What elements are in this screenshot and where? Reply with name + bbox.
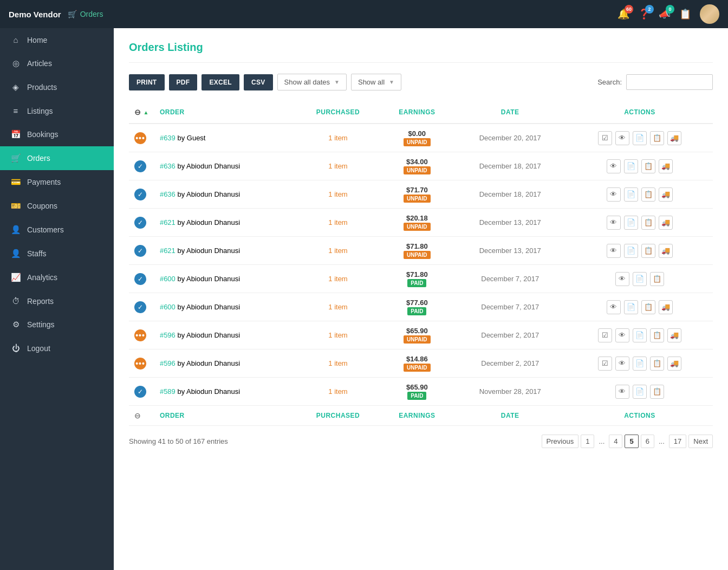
prev-page-button[interactable]: Previous	[542, 435, 579, 448]
invoice-button[interactable]: 📄	[624, 187, 638, 202]
receipt-button[interactable]: 📋	[641, 187, 655, 202]
receipt-button[interactable]: 📋	[641, 300, 655, 314]
ship-button[interactable]: 🚚	[659, 244, 673, 258]
excel-button[interactable]: EXCEL	[202, 74, 239, 90]
ship-button[interactable]: 🚚	[667, 357, 681, 371]
avatar-image	[700, 4, 719, 24]
invoice-button[interactable]: 📄	[633, 357, 647, 371]
sidebar-item-listings[interactable]: ≡ Listings	[0, 99, 114, 122]
ship-button[interactable]: 🚚	[667, 131, 681, 145]
view-button[interactable]: 👁	[607, 216, 621, 230]
sidebar-item-products[interactable]: ◈ Products	[0, 75, 114, 99]
order-link[interactable]: #600	[160, 303, 176, 311]
invoice-button[interactable]: 📄	[633, 131, 647, 145]
csv-button[interactable]: CSV	[244, 74, 273, 90]
invoice-button[interactable]: 📄	[633, 272, 647, 286]
help-button[interactable]: ❓ 2	[638, 8, 650, 20]
col-earnings[interactable]: EARNINGS	[380, 101, 454, 124]
invoice-button[interactable]: 📄	[624, 244, 638, 258]
sidebar-item-articles[interactable]: ◎ Articles	[0, 51, 114, 75]
receipt-button[interactable]: 📋	[650, 131, 664, 145]
invoice-button[interactable]: 📄	[633, 385, 647, 399]
help-badge: 2	[645, 5, 654, 14]
view-button[interactable]: 👁	[615, 328, 629, 342]
order-link[interactable]: #596	[160, 331, 176, 339]
sidebar-item-logout[interactable]: ⏻ Logout	[0, 336, 114, 360]
receipt-button[interactable]: 📋	[650, 328, 664, 342]
approve-button[interactable]: ☑	[598, 357, 612, 371]
earnings-cell: $65.90 UNPAID	[380, 321, 454, 349]
receipt-button[interactable]: 📋	[641, 216, 655, 230]
order-link[interactable]: #639	[160, 134, 176, 142]
dates-label: Show all dates	[284, 78, 330, 86]
col-select-all[interactable]: ⊖ ▲	[129, 101, 154, 124]
analytics-icon: 📈	[11, 273, 21, 282]
view-button[interactable]: 👁	[607, 300, 621, 314]
order-link[interactable]: #636	[160, 190, 176, 198]
dates-dropdown[interactable]: Show all dates ▼	[277, 74, 347, 90]
view-button[interactable]: 👁	[607, 187, 621, 202]
page-6-button[interactable]: 6	[641, 435, 654, 448]
order-link[interactable]: #596	[160, 359, 176, 367]
notifications-list-button[interactable]: 📋	[679, 8, 691, 20]
page-17-button[interactable]: 17	[669, 435, 686, 448]
sidebar-item-home[interactable]: ⌂ Home	[0, 28, 114, 51]
notifications-button[interactable]: 🔔 60	[618, 8, 629, 20]
sidebar-item-customers[interactable]: 👤 Customers	[0, 218, 114, 242]
invoice-button[interactable]: 📄	[624, 159, 638, 173]
view-button[interactable]: 👁	[607, 244, 621, 258]
order-link[interactable]: #621	[160, 218, 176, 226]
sidebar-item-bookings[interactable]: 📅 Bookings	[0, 122, 114, 146]
staffs-icon: 👤	[11, 249, 21, 258]
receipt-button[interactable]: 📋	[650, 357, 664, 371]
search-input[interactable]	[626, 74, 713, 90]
receipt-button[interactable]: 📋	[641, 159, 655, 173]
sidebar-item-staffs[interactable]: 👤 Staffs	[0, 242, 114, 265]
ship-button[interactable]: 🚚	[659, 216, 673, 230]
col-purchased[interactable]: PURCHASED	[296, 101, 380, 124]
ship-button[interactable]: 🚚	[659, 187, 673, 202]
ship-button[interactable]: 🚚	[659, 300, 673, 314]
view-button[interactable]: 👁	[607, 159, 621, 173]
view-button[interactable]: 👁	[615, 272, 629, 286]
order-link[interactable]: #600	[160, 275, 176, 283]
invoice-button[interactable]: 📄	[633, 328, 647, 342]
invoice-button[interactable]: 📄	[624, 216, 638, 230]
pdf-button[interactable]: PDF	[169, 74, 198, 90]
receipt-button[interactable]: 📋	[641, 244, 655, 258]
invoice-button[interactable]: 📄	[624, 300, 638, 314]
view-button[interactable]: 👁	[615, 131, 629, 145]
print-button[interactable]: PRINT	[129, 74, 165, 90]
sidebar-item-payments[interactable]: 💳 Payments	[0, 170, 114, 194]
table-row: ✓ #600 by Abiodun Dhanusi 1 item $77.60 …	[129, 293, 713, 321]
earnings-cell: $77.60 PAID	[380, 293, 454, 321]
ship-button[interactable]: 🚚	[659, 159, 673, 173]
settings-icon: ⚙	[11, 320, 21, 329]
approve-button[interactable]: ☑	[598, 131, 612, 145]
filter-dropdown[interactable]: Show all ▼	[351, 74, 401, 90]
status-cell: •••	[129, 124, 154, 152]
table-footer: Showing 41 to 50 of 167 entries Previous…	[129, 435, 713, 448]
receipt-button[interactable]: 📋	[650, 272, 664, 286]
page-5-button[interactable]: 5	[625, 435, 638, 448]
sidebar-item-coupons[interactable]: 🎫 Coupons	[0, 194, 114, 218]
receipt-button[interactable]: 📋	[650, 385, 664, 399]
page-4-button[interactable]: 4	[609, 435, 622, 448]
view-button[interactable]: 👁	[615, 357, 629, 371]
ship-button[interactable]: 🚚	[667, 328, 681, 342]
col-order[interactable]: ORDER	[154, 101, 296, 124]
sidebar-item-settings[interactable]: ⚙ Settings	[0, 313, 114, 336]
page-1-button[interactable]: 1	[581, 435, 594, 448]
next-page-button[interactable]: Next	[688, 435, 713, 448]
sidebar-item-reports[interactable]: ⏱ Reports	[0, 289, 114, 313]
megaphone-button[interactable]: 📣 0	[659, 8, 671, 20]
order-link[interactable]: #621	[160, 247, 176, 255]
avatar[interactable]	[700, 4, 719, 24]
sidebar-item-orders[interactable]: 🛒 Orders	[0, 146, 114, 170]
order-link[interactable]: #636	[160, 162, 176, 170]
col-date[interactable]: DATE	[454, 101, 567, 124]
order-link[interactable]: #589	[160, 387, 176, 396]
view-button[interactable]: 👁	[615, 385, 629, 399]
sidebar-item-analytics[interactable]: 📈 Analytics	[0, 265, 114, 289]
approve-button[interactable]: ☑	[598, 328, 612, 342]
